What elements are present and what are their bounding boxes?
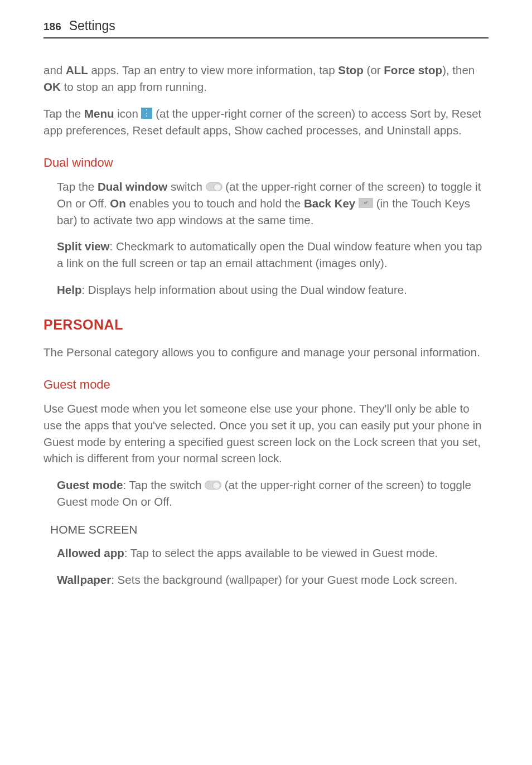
switch-icon [206, 182, 223, 191]
switch-icon [205, 481, 221, 490]
text: (or [364, 64, 384, 76]
text: : Checkmark to automatically open the Du… [57, 240, 482, 269]
text: icon [114, 107, 141, 120]
text: switch [167, 180, 205, 193]
guest-mode-para-1: Guest mode: Tap the switch (at the upper… [57, 477, 489, 510]
guest-mode-label: Guest mode [57, 478, 123, 491]
dual-window-label: Dual window [98, 180, 167, 193]
force-stop-label: Force stop [384, 64, 442, 76]
back-key-icon: ⤶ [359, 198, 373, 208]
text: Tap the [43, 107, 84, 120]
personal-heading: PERSONAL [43, 314, 489, 335]
text: Tap the [57, 180, 98, 193]
allowed-app-para: Allowed app: Tap to select the apps avai… [57, 545, 489, 561]
help-label: Help [57, 283, 81, 296]
wallpaper-para: Wallpaper: Sets the background (wallpape… [57, 572, 489, 588]
header-title: Settings [69, 17, 115, 35]
split-view-para: Split view: Checkmark to automatically o… [57, 238, 489, 271]
help-para: Help: Displays help information about us… [57, 282, 489, 298]
page-header: 186 Settings [43, 17, 489, 38]
dual-window-para-1: Tap the Dual window switch (at the upper… [57, 178, 489, 228]
text: apps. Tap an entry to view more informat… [88, 64, 338, 76]
text: : Tap the switch [123, 478, 205, 491]
intro-para-1: and ALL apps. Tap an entry to view more … [43, 62, 489, 95]
home-screen-heading: HOME SCREEN [43, 521, 489, 538]
personal-intro: The Personal category allows you to conf… [43, 344, 489, 361]
on-label: On [110, 197, 125, 210]
text: : Tap to select the apps available to be… [124, 546, 438, 559]
guest-mode-heading: Guest mode [43, 376, 489, 394]
text: : Displays help information about using … [81, 283, 407, 296]
menu-label: Menu [84, 107, 114, 120]
text: and [43, 64, 66, 76]
dual-window-heading: Dual window [43, 154, 489, 172]
intro-para-2: Tap the Menu icon (at the upper-right co… [43, 105, 489, 138]
wallpaper-label: Wallpaper [57, 573, 111, 586]
page-number: 186 [43, 19, 61, 35]
home-screen-block: Allowed app: Tap to select the apps avai… [43, 545, 489, 588]
dual-window-block: Tap the Dual window switch (at the upper… [43, 178, 489, 298]
text: ), then [442, 64, 475, 76]
text: : Sets the background (wallpaper) for yo… [111, 573, 457, 586]
menu-icon [141, 108, 152, 119]
split-view-label: Split view [57, 240, 110, 253]
back-key-label: Back Key [304, 197, 355, 210]
stop-label: Stop [338, 64, 364, 76]
ok-label: OK [43, 80, 61, 93]
allowed-app-label: Allowed app [57, 546, 124, 559]
guest-mode-block: Guest mode: Tap the switch (at the upper… [43, 477, 489, 510]
guest-mode-intro: Use Guest mode when you let someone else… [43, 400, 489, 467]
text: enables you to touch and hold the [126, 197, 304, 210]
all-label: ALL [66, 64, 88, 76]
text: to stop an app from running. [61, 80, 207, 93]
